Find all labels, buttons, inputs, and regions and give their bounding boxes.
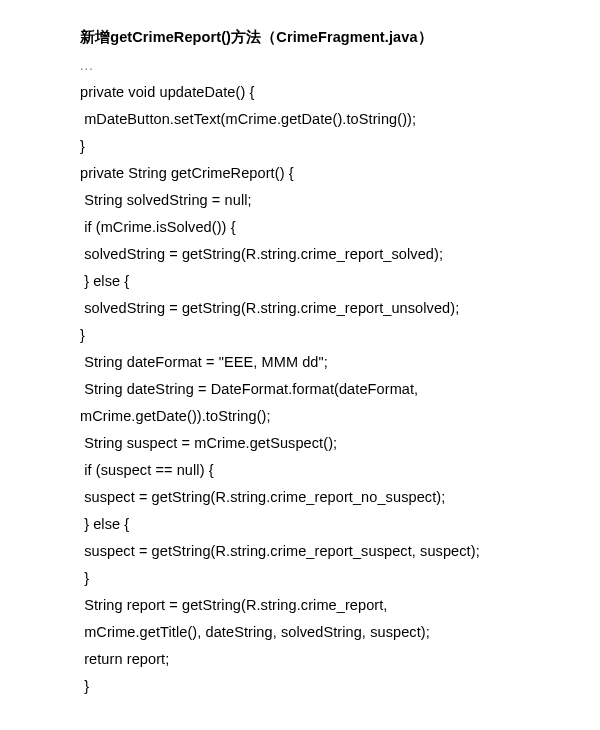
code-line: mCrime.getDate()).toString(); (80, 408, 572, 424)
code-line: mDateButton.setText(mCrime.getDate().toS… (80, 111, 572, 127)
document-page: 新增getCrimeReport()方法（CrimeFragment.java）… (0, 0, 600, 730)
code-line: String dateFormat = "EEE, MMM dd"; (80, 354, 572, 370)
code-line: if (mCrime.isSolved()) { (80, 219, 572, 235)
code-line: String suspect = mCrime.getSuspect(); (80, 435, 572, 451)
code-line: } else { (80, 516, 572, 532)
code-line: solvedString = getString(R.string.crime_… (80, 300, 572, 316)
code-line: return report; (80, 651, 572, 667)
code-line: String report = getString(R.string.crime… (80, 597, 572, 613)
ellipsis-line: ... (80, 58, 572, 73)
code-line: } (80, 570, 572, 586)
code-line: } (80, 138, 572, 154)
title-line: 新增getCrimeReport()方法（CrimeFragment.java） (80, 28, 572, 47)
code-line: suspect = getString(R.string.crime_repor… (80, 489, 572, 505)
code-line: if (suspect == null) { (80, 462, 572, 478)
code-line: } else { (80, 273, 572, 289)
code-line: mCrime.getTitle(), dateString, solvedStr… (80, 624, 572, 640)
code-line: solvedString = getString(R.string.crime_… (80, 246, 572, 262)
code-line: private String getCrimeReport() { (80, 165, 572, 181)
code-line: } (80, 327, 572, 343)
code-line: private void updateDate() { (80, 84, 572, 100)
code-line: suspect = getString(R.string.crime_repor… (80, 543, 572, 559)
code-line: } (80, 678, 572, 694)
code-line: String dateString = DateFormat.format(da… (80, 381, 572, 397)
code-line: String solvedString = null; (80, 192, 572, 208)
title-text: 新增getCrimeReport()方法（CrimeFragment.java） (80, 29, 433, 45)
